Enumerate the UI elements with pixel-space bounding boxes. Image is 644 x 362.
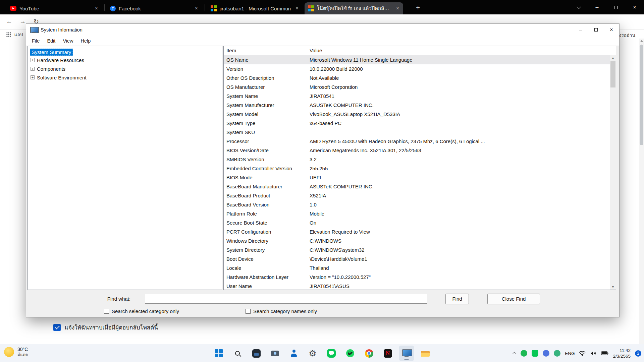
taskbar-app-system-information[interactable] — [399, 346, 414, 361]
tab-close-icon[interactable]: × — [395, 6, 400, 11]
table-row[interactable]: System Name JIRAT8541 — [224, 92, 610, 101]
column-header-item[interactable]: Item — [224, 46, 306, 55]
table-row[interactable]: System Model VivoBook_ASUSLaptop X521IA_… — [224, 110, 610, 119]
search-selected-category-checkbox[interactable] — [104, 309, 109, 314]
tray-app-icon-3[interactable] — [543, 350, 549, 357]
tab-facebook[interactable]: f Facebook × — [107, 2, 202, 14]
scroll-up-arrow-icon[interactable] — [640, 40, 643, 42]
taskbar-app-line[interactable] — [324, 346, 339, 361]
browser-close-button[interactable]: × — [625, 0, 644, 14]
expand-plus-icon[interactable]: + — [31, 75, 35, 79]
tab-close-icon[interactable]: × — [194, 6, 199, 11]
volume-icon[interactable] — [590, 351, 597, 356]
battery-icon[interactable] — [601, 351, 608, 355]
list-scrollbar-thumb[interactable] — [610, 61, 615, 87]
list-scrollbar[interactable]: ▲ ▼ — [610, 55, 616, 290]
spotify-icon — [346, 349, 355, 358]
apps-shortcut-label[interactable]: แอป — [14, 31, 23, 38]
clock[interactable]: 11:42 2/3/2565 — [613, 348, 631, 359]
tree-item-software-environment[interactable]: + Software Environment — [28, 73, 222, 82]
menu-help[interactable]: Help — [77, 38, 95, 44]
table-row[interactable]: Boot Device \Device\HarddiskVolume1 — [224, 254, 610, 263]
table-row[interactable]: Other OS Description Not Available — [224, 73, 610, 82]
menu-file[interactable]: File — [28, 38, 43, 44]
table-row[interactable]: System Directory C:\WINDOWS\system32 — [224, 245, 610, 254]
taskbar-app-dark-window[interactable] — [249, 346, 264, 361]
menu-edit[interactable]: Edit — [43, 38, 59, 44]
notification-badge[interactable]: 2 — [635, 350, 641, 357]
language-indicator[interactable]: ENG — [565, 351, 575, 356]
forward-button[interactable]: → — [19, 18, 26, 25]
table-row[interactable]: Embedded Controller Version 255.255 — [224, 164, 610, 173]
table-row[interactable]: System Type x64-based PC — [224, 119, 610, 128]
new-tab-button[interactable]: + — [414, 3, 422, 12]
search-category-names-checkbox[interactable] — [246, 309, 251, 314]
table-row[interactable]: BIOS Mode UEFI — [224, 173, 610, 182]
find-input[interactable] — [145, 294, 427, 304]
table-row[interactable]: Hardware Abstraction Layer Version = "10… — [224, 273, 610, 282]
scroll-up-arrow-icon[interactable]: ▲ — [610, 55, 616, 61]
table-row[interactable]: Locale Thailand — [224, 263, 610, 273]
taskbar-app-netflix[interactable]: N — [380, 346, 395, 361]
window-close-button[interactable]: × — [604, 24, 619, 36]
taskbar-app-settings[interactable]: ⚙ — [305, 346, 320, 361]
taskbar-search-button[interactable] — [230, 346, 245, 361]
tray-app-icon-2[interactable] — [532, 350, 538, 357]
notify-checkbox[interactable] — [53, 324, 61, 331]
table-row[interactable]: OS Manufacturer Microsoft Corporation — [224, 82, 610, 92]
tree-item-hardware-resources[interactable]: + Hardware Resources — [28, 56, 222, 64]
tab-close-icon[interactable]: × — [94, 6, 99, 11]
table-row[interactable]: Windows Directory C:\WINDOWS — [224, 236, 610, 245]
page-scrollbar[interactable] — [639, 39, 644, 344]
table-row[interactable]: System SKU — [224, 128, 610, 137]
taskbar-app-camera[interactable] — [267, 346, 283, 361]
window-titlebar[interactable]: System Information – × — [26, 24, 619, 36]
tab-youtube[interactable]: YouTube × — [7, 2, 102, 14]
tree-item-components[interactable]: + Components — [28, 64, 222, 73]
search-category-names-label: Search category names only — [253, 308, 317, 314]
close-find-button[interactable]: Close Find — [487, 294, 540, 304]
page-scrollbar-thumb[interactable] — [640, 45, 643, 145]
table-row[interactable]: Processor AMD Ryzen 5 4500U with Radeon … — [224, 137, 610, 146]
find-button[interactable]: Find — [445, 294, 469, 304]
table-row[interactable]: OS Name Microsoft Windows 11 Home Single… — [224, 55, 610, 64]
browser-maximize-button[interactable] — [606, 0, 625, 14]
wifi-icon[interactable] — [579, 351, 586, 356]
taskbar-app-file-explorer[interactable] — [418, 346, 433, 361]
table-row[interactable]: User Name JIRAT8541\ASUS — [224, 282, 610, 290]
window-minimize-button[interactable]: – — [573, 24, 588, 36]
netflix-icon: N — [384, 349, 392, 358]
expand-plus-icon[interactable]: + — [31, 67, 35, 71]
tray-app-icon-1[interactable] — [521, 350, 527, 357]
window-maximize-button[interactable] — [588, 24, 604, 36]
table-row[interactable]: BaseBoard Product X521IA — [224, 191, 610, 200]
start-button[interactable] — [211, 346, 226, 361]
table-row[interactable]: Version 10.0.22000 Build 22000 — [224, 64, 610, 73]
weather-widget[interactable]: 30°C มีแดด — [4, 347, 28, 357]
taskbar-app-chrome[interactable] — [361, 346, 377, 361]
table-row[interactable]: System Manufacturer ASUSTeK COMPUTER INC… — [224, 101, 610, 110]
expand-plus-icon[interactable]: + — [31, 58, 35, 62]
tree-item-system-summary[interactable]: System Summary — [30, 49, 73, 56]
tab-question-thai[interactable]: โน๊ตบุ๊คเปิดใช้ fn เอง แล้วปิดกลับไม่ได้… — [305, 2, 403, 14]
table-row[interactable]: BaseBoard Manufacturer ASUSTeK COMPUTER … — [224, 182, 610, 191]
table-row[interactable]: SMBIOS Version 3.2 — [224, 155, 610, 164]
table-row[interactable]: Platform Role Mobile — [224, 209, 610, 218]
apps-shortcut-icon[interactable] — [6, 32, 11, 37]
table-row[interactable]: BaseBoard Version 1.0 — [224, 200, 610, 209]
back-button[interactable]: ← — [6, 18, 12, 25]
taskbar-app-people[interactable] — [286, 346, 302, 361]
tab-search-button[interactable] — [569, 0, 588, 14]
scroll-down-arrow-icon[interactable]: ▼ — [610, 284, 616, 290]
column-header-value[interactable]: Value — [306, 46, 616, 55]
browser-minimize-button[interactable]: – — [588, 0, 606, 14]
tray-app-icon-4[interactable] — [554, 350, 560, 357]
tab-ms-community[interactable]: jiratsuban1 - Microsoft Commun × — [207, 2, 303, 14]
table-row[interactable]: PCR7 Configuration Elevation Required to… — [224, 227, 610, 236]
tray-overflow-chevron-icon[interactable] — [513, 352, 516, 356]
menu-view[interactable]: View — [59, 38, 77, 44]
table-row[interactable]: BIOS Version/Date American Megatrends In… — [224, 146, 610, 155]
taskbar-app-spotify[interactable] — [342, 346, 358, 361]
tab-close-icon[interactable]: × — [295, 6, 299, 11]
table-row[interactable]: Secure Boot State On — [224, 218, 610, 227]
